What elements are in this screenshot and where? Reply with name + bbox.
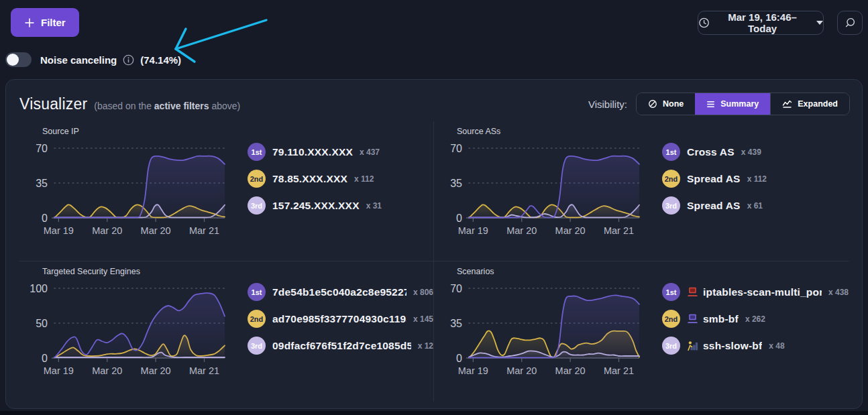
chart-canvas: 050100Mar 19Mar 20Mar 20Mar 21 <box>26 276 230 377</box>
page-bottom-edge <box>0 411 868 415</box>
legend-item[interactable]: 1stCross ASx 439 <box>662 143 849 161</box>
info-icon[interactable] <box>123 54 134 66</box>
legend-item[interactable]: 2ndsmb-bfx 262 <box>662 310 849 328</box>
chart-quadrant: Scenarios03570Mar 19Mar 20Mar 20Mar 211s… <box>434 261 849 402</box>
legend-label: 7de54b1e5c040a2c8e952278a3c3... <box>272 286 406 298</box>
chevron-down-icon <box>816 21 823 25</box>
svg-text:Mar 20: Mar 20 <box>506 365 537 376</box>
svg-text:Mar 20: Mar 20 <box>141 365 171 376</box>
noise-canceling-row: Noise canceling (74.14%) <box>5 52 181 67</box>
rank-badge: 2nd <box>248 170 266 188</box>
svg-text:Mar 21: Mar 21 <box>604 365 634 376</box>
svg-text:Mar 20: Mar 20 <box>92 365 122 376</box>
svg-text:Mar 21: Mar 21 <box>189 365 219 376</box>
svg-text:Mar 19: Mar 19 <box>44 365 74 376</box>
noise-canceling-toggle[interactable] <box>5 52 32 67</box>
chart-title: Scenarios <box>457 267 654 276</box>
laptop-red-icon <box>687 286 698 298</box>
rank-badge: 2nd <box>662 170 680 188</box>
chart-title: Targeted Security Engines <box>42 267 239 276</box>
visibility-expanded-button[interactable]: Expanded <box>770 93 849 115</box>
rank-badge: 1st <box>248 283 266 301</box>
svg-text:Mar 21: Mar 21 <box>189 225 219 236</box>
svg-text:Mar 20: Mar 20 <box>555 225 586 236</box>
chart-legend: 1stCross ASx 4392ndSpread ASx 1123rdSpre… <box>662 127 849 261</box>
search-button[interactable] <box>837 11 863 35</box>
visualizer-header: Visualizer (based on the active filters … <box>6 80 862 119</box>
visibility-none-button[interactable]: None <box>637 93 695 115</box>
panel-subtitle: (based on the active filters above) <box>94 101 240 111</box>
legend-item[interactable]: 1st7de54b1e5c040a2c8e952278a3c3...x 806 <box>248 283 433 301</box>
person-steps-icon <box>687 340 698 351</box>
search-icon <box>844 17 856 29</box>
visualizer-panel: Visualizer (based on the active filters … <box>5 79 863 409</box>
plus-icon <box>24 17 35 28</box>
svg-text:Mar 20: Mar 20 <box>506 225 537 236</box>
legend-label: Cross AS <box>687 146 735 158</box>
svg-text:0: 0 <box>456 353 462 364</box>
legend-label: Spread AS <box>687 173 741 185</box>
legend-item[interactable]: 3rd09dfacf676f51f2d7ce1085d52b6061fx 12 <box>248 337 433 355</box>
legend-label: Spread AS <box>687 200 741 212</box>
rank-badge: 1st <box>248 143 266 161</box>
legend-count: x 31 <box>366 201 382 211</box>
chart-title: Source IP <box>42 127 239 136</box>
svg-text:35: 35 <box>450 178 462 189</box>
clock-icon <box>698 17 710 29</box>
legend-label: ssh-slow-bf <box>703 340 762 352</box>
legend-label: iptables-scan-multi_ports <box>703 286 822 298</box>
legend-item[interactable]: 2ndad70e985f3377704930c119a85ccf...x 145 <box>248 310 433 328</box>
legend-item[interactable]: 2ndSpread ASx 112 <box>662 170 849 188</box>
legend-item[interactable]: 3rd157.245.XXX.XXXx 31 <box>248 196 433 215</box>
legend-label: smb-bf <box>703 313 739 325</box>
svg-text:100: 100 <box>30 283 48 294</box>
rank-badge: 3rd <box>662 337 680 355</box>
svg-text:Mar 20: Mar 20 <box>92 225 122 236</box>
legend-count: x 61 <box>747 201 763 211</box>
svg-text:35: 35 <box>450 318 462 329</box>
chart-canvas: 03570Mar 19Mar 20Mar 20Mar 21 <box>441 136 645 237</box>
visibility-summary-button[interactable]: Summary <box>695 93 770 115</box>
legend-count: x 12 <box>418 341 433 351</box>
rank-badge: 3rd <box>248 196 266 215</box>
rank-badge: 1st <box>662 143 680 161</box>
legend-item[interactable]: 1st79.110.XXX.XXXx 437 <box>248 143 433 161</box>
date-range-button[interactable]: Mar 19, 16:46–Today <box>698 11 824 35</box>
legend-item[interactable]: 1stiptables-scan-multi_portsx 438 <box>662 283 849 301</box>
date-range-label: Mar 19, 16:46–Today <box>716 11 809 34</box>
legend-count: x 439 <box>741 147 761 157</box>
filter-button-label: Filter <box>41 17 66 28</box>
svg-text:70: 70 <box>36 143 48 154</box>
legend-label: 79.110.XXX.XXX <box>272 146 353 158</box>
rank-badge: 3rd <box>662 196 680 215</box>
noise-canceling-label: Noise canceling <box>40 54 117 66</box>
noise-canceling-percentage: (74.14%) <box>140 54 181 66</box>
svg-text:50: 50 <box>36 318 48 329</box>
chart-legend: 1st79.110.XXX.XXXx 4372nd78.85.XXX.XXXx … <box>248 127 433 261</box>
legend-count: x 145 <box>413 314 433 324</box>
legend-count: x 112 <box>747 174 767 184</box>
charts-grid: Source IP03570Mar 19Mar 20Mar 20Mar 211s… <box>19 121 849 402</box>
chart-quadrant: Targeted Security Engines050100Mar 19Mar… <box>19 261 434 402</box>
svg-text:0: 0 <box>456 213 462 224</box>
svg-text:0: 0 <box>42 353 48 364</box>
legend-item[interactable]: 2nd78.85.XXX.XXXx 112 <box>248 170 433 188</box>
svg-text:Mar 19: Mar 19 <box>458 225 488 236</box>
visibility-label: Visibility: <box>588 99 627 110</box>
svg-text:Mar 20: Mar 20 <box>555 365 586 376</box>
svg-text:Mar 21: Mar 21 <box>604 225 634 236</box>
legend-item[interactable]: 3rdssh-slow-bfx 48 <box>662 337 849 355</box>
none-icon <box>648 99 657 109</box>
legend-label: 09dfacf676f51f2d7ce1085d52b6061f <box>272 340 411 352</box>
svg-text:Mar 19: Mar 19 <box>458 365 488 376</box>
svg-text:0: 0 <box>42 213 48 224</box>
rank-badge: 2nd <box>248 310 266 328</box>
rank-badge: 1st <box>662 283 680 301</box>
legend-item[interactable]: 3rdSpread ASx 61 <box>662 196 849 215</box>
chart-canvas: 03570Mar 19Mar 20Mar 20Mar 21 <box>26 136 230 237</box>
chart-quadrant: Source IP03570Mar 19Mar 20Mar 20Mar 211s… <box>19 121 434 261</box>
legend-count: x 48 <box>769 341 784 351</box>
legend-count: x 437 <box>360 147 380 157</box>
filter-button[interactable]: Filter <box>11 8 79 37</box>
visibility-segmented-control: None Summary Expanded <box>636 93 850 115</box>
